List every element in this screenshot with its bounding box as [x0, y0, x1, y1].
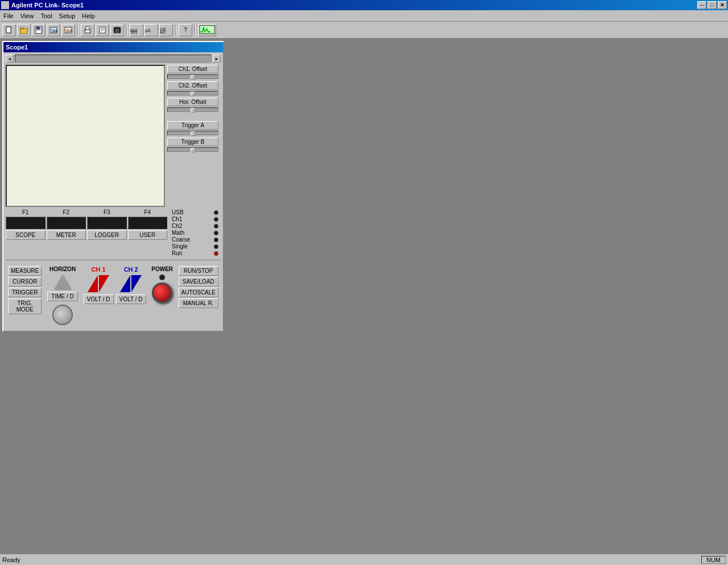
save-load-btn[interactable]: SAVE/LOAD: [179, 277, 218, 286]
toolbar-scope-btn[interactable]: [198, 24, 216, 36]
measure-btn[interactable]: MEASURE: [8, 266, 42, 276]
toolbar-save-btn[interactable]: [32, 24, 46, 36]
menu-file[interactable]: File: [0, 11, 17, 20]
toolbar-units-btn[interactable]: μΩ: [144, 24, 158, 36]
svg-rect-4: [36, 27, 40, 30]
trigger-a-track[interactable]: [167, 131, 218, 135]
ch1-offset-track[interactable]: [167, 74, 218, 79]
power-dot: [159, 275, 165, 280]
hor-offset-btn[interactable]: Hor. Offset: [167, 98, 218, 106]
math-led: [214, 231, 218, 235]
horizon-up-btn[interactable]: [54, 275, 71, 289]
ch1-arrows: [88, 275, 109, 292]
ch2-controls: CH 2 VOLT / D: [116, 266, 146, 304]
ch2-row: Ch2: [169, 223, 221, 229]
trigger-b-btn[interactable]: Trigger B: [167, 138, 218, 146]
ch1-up-btn[interactable]: [88, 275, 98, 292]
minimize-button[interactable]: ─: [697, 1, 706, 9]
run-stop-btn[interactable]: RUN/STOP: [179, 266, 218, 276]
menu-tool[interactable]: Tool: [37, 11, 55, 20]
ch1-controls: CH 1 VOLT / D: [84, 266, 114, 304]
f3-label: F3: [104, 209, 110, 215]
toolbar-vo-btn[interactable]: V/ΩA/C: [159, 24, 173, 36]
meter-mode-btn[interactable]: METER: [47, 230, 86, 240]
coarse-label: Coarse: [172, 236, 190, 243]
mode-buttons: SCOPE METER LOGGER USER: [6, 230, 167, 240]
ch1-down-btn[interactable]: [99, 275, 109, 292]
manual-r-btn[interactable]: MANUAL R.: [179, 298, 218, 308]
svg-text:μΩ: μΩ: [145, 27, 151, 32]
f4-btn[interactable]: [128, 217, 168, 229]
hor-offset-group: Hor. Offset: [167, 98, 218, 112]
toolbar-capture-btn[interactable]: [110, 24, 124, 36]
horizon-knob[interactable]: [52, 305, 73, 325]
toolbar-svg-btn[interactable]: SVG: [61, 24, 75, 36]
run-label: Run: [172, 250, 182, 256]
f3-btn[interactable]: [87, 217, 127, 229]
scope-scrollbar: ◄ ►: [6, 55, 221, 63]
power-btn[interactable]: [152, 282, 172, 303]
toolbar-print-btn[interactable]: [81, 24, 94, 36]
trigger-btn[interactable]: TRIGGER: [8, 288, 42, 297]
f1-btn[interactable]: [6, 217, 46, 229]
horizon-controls: HORIZON TIME / D: [44, 266, 81, 326]
svg-text:101: 101: [130, 30, 137, 34]
f2-btn[interactable]: [47, 217, 86, 229]
ch2-offset-btn[interactable]: Ch2. Offset: [167, 81, 218, 90]
trigger-b-track[interactable]: [167, 147, 218, 152]
toolbar-new-btn[interactable]: [2, 24, 16, 36]
single-label: Single: [172, 243, 188, 250]
trig-mode-btn[interactable]: TRIG. MODE: [8, 298, 42, 314]
menu-help[interactable]: Help: [78, 11, 98, 20]
ch2-arrows: [120, 275, 142, 292]
logger-mode-btn[interactable]: LOGGER: [87, 230, 127, 240]
trigger-a-btn[interactable]: Trigger A: [167, 121, 218, 130]
coarse-led: [214, 238, 218, 242]
scope-content: ◄ ► Ch1. Offset Ch2. Offset: [3, 52, 223, 331]
app-title: Agilent PC Link- Scope1: [11, 2, 84, 9]
f4-col: F4: [128, 209, 168, 229]
autoscale-btn[interactable]: AUTOSCALE: [179, 288, 218, 297]
ch2-offset-track[interactable]: [167, 91, 218, 95]
restore-button[interactable]: □: [708, 1, 717, 9]
ch1-offset-btn[interactable]: Ch1. Offset: [167, 65, 218, 73]
hor-offset-track[interactable]: [167, 107, 218, 112]
status-bar: Ready NUM: [0, 554, 728, 565]
svg-rect-18: [116, 27, 118, 28]
close-button[interactable]: ✕: [718, 1, 727, 9]
ch1-label: CH 1: [92, 266, 106, 273]
run-row: Run: [169, 250, 221, 256]
scrollbar-track[interactable]: [15, 55, 212, 63]
f1-label: F1: [22, 209, 29, 215]
ch2-up-btn[interactable]: [120, 275, 130, 292]
user-mode-btn[interactable]: USER: [128, 230, 168, 240]
ch1-volt-d-btn[interactable]: VOLT / D: [84, 294, 114, 304]
toolbar-digital-btn[interactable]: 010101: [130, 24, 143, 36]
ch2-volt-d-btn[interactable]: VOLT / D: [116, 294, 146, 304]
usb-label: USB: [172, 209, 184, 215]
toolbar-open-btn[interactable]: [17, 24, 31, 36]
svg-text:SMG: SMG: [51, 29, 57, 33]
separator1: [6, 260, 221, 260]
main-area: Scope1 ◄ ► Ch1. Offset Ch2. O: [0, 39, 728, 554]
app-icon: [1, 1, 9, 9]
toolbar-smg-btn[interactable]: SMG: [47, 24, 60, 36]
scroll-left-btn[interactable]: ◄: [6, 55, 14, 63]
menu-view[interactable]: View: [17, 11, 38, 20]
toolbar-help-btn[interactable]: ?: [179, 24, 192, 36]
time-d-btn[interactable]: TIME / D: [47, 292, 77, 301]
menu-setup[interactable]: Setup: [56, 11, 79, 20]
horizon-label: HORIZON: [49, 266, 76, 272]
cursor-btn[interactable]: CURSOR: [8, 277, 42, 286]
svg-text:A/C: A/C: [160, 30, 166, 34]
svg-rect-16: [101, 31, 103, 31]
math-label: Math: [172, 230, 184, 236]
ch2-down-btn[interactable]: [131, 275, 142, 292]
offset-panel: Ch1. Offset Ch2. Offset Hor. Offset Trig…: [167, 65, 218, 207]
scope-mode-btn[interactable]: SCOPE: [6, 230, 46, 240]
toolbar-print-prev-btn[interactable]: [96, 24, 109, 36]
scroll-right-btn[interactable]: ►: [213, 55, 221, 63]
svg-rect-15: [101, 30, 104, 30]
ch2-led: [214, 224, 218, 229]
func-usb-row: F1 F2 F3 F4: [6, 209, 221, 256]
